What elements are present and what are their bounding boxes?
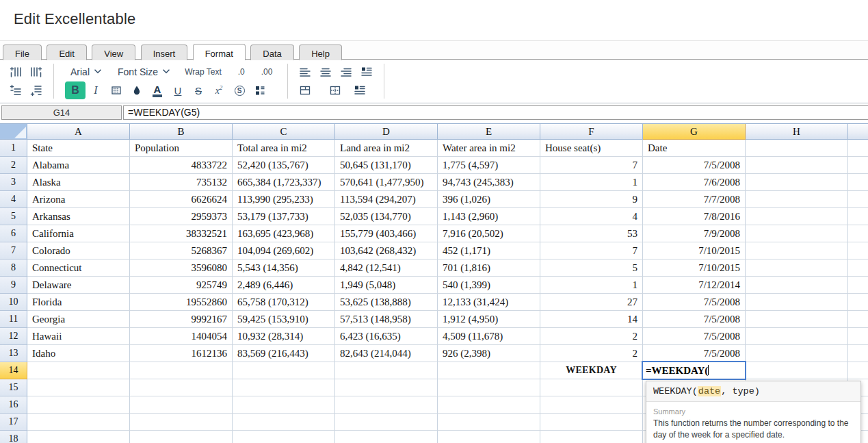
cell-E4[interactable]: 396 (1,026) xyxy=(438,191,540,208)
indent-increase-button[interactable] xyxy=(356,63,377,81)
cell-F14[interactable]: WEEKDAY xyxy=(540,362,643,379)
cell-B1[interactable]: Population xyxy=(130,140,233,157)
cell-D4[interactable]: 113,594 (294,207) xyxy=(335,191,438,208)
align-center-button[interactable] xyxy=(315,63,336,81)
cell-D7[interactable]: 103,642 (268,432) xyxy=(335,242,438,260)
column-header-B[interactable]: B xyxy=(130,124,233,140)
tab-help[interactable]: Help xyxy=(299,45,342,60)
cell-A11[interactable]: Georgia xyxy=(27,311,130,328)
align-left-button[interactable] xyxy=(295,63,315,81)
cell-G4[interactable]: 7/7/2008 xyxy=(643,191,746,208)
formula-input[interactable]: =WEEKDAY(G5) xyxy=(123,105,868,120)
cell-C16[interactable] xyxy=(233,396,335,414)
all-borders-button[interactable] xyxy=(325,81,345,99)
cell-H12[interactable] xyxy=(746,328,848,345)
font-size-dropdown[interactable]: Font Size xyxy=(108,66,176,77)
cell-F6[interactable]: 53 xyxy=(540,225,643,242)
cell-D2[interactable]: 50,645 (131,170) xyxy=(335,157,438,174)
cell-G10[interactable]: 7/5/2008 xyxy=(643,294,746,311)
cell-E7[interactable]: 452 (1,171) xyxy=(438,242,540,260)
cell-F10[interactable]: 27 xyxy=(540,294,643,311)
cell-E17[interactable] xyxy=(438,414,540,431)
row-header-18[interactable]: 18 xyxy=(0,431,27,443)
row-header-4[interactable]: 4 xyxy=(0,191,27,208)
cell-F11[interactable]: 14 xyxy=(540,311,643,328)
cell-C15[interactable] xyxy=(233,379,335,396)
tab-data[interactable]: Data xyxy=(250,45,293,60)
cell-G2[interactable]: 7/5/2008 xyxy=(643,157,746,174)
cell-C10[interactable]: 65,758 (170,312) xyxy=(233,294,335,311)
cell-E3[interactable]: 94,743 (245,383) xyxy=(438,174,540,191)
cell-E11[interactable]: 1,912 (4,950) xyxy=(438,311,540,328)
cell-F16[interactable] xyxy=(540,396,643,414)
cell-D5[interactable]: 52,035 (134,770) xyxy=(335,208,438,225)
cell-E6[interactable]: 7,916 (20,502) xyxy=(438,225,540,242)
cell-H3[interactable] xyxy=(746,174,848,191)
cell-F12[interactable]: 2 xyxy=(540,328,643,345)
cell-A4[interactable]: Arizona xyxy=(27,191,130,208)
row-header-9[interactable]: 9 xyxy=(0,277,27,294)
cell-A5[interactable]: Arkansas xyxy=(27,208,130,225)
row-header-14[interactable]: 14 xyxy=(0,362,27,379)
cell-F2[interactable]: 7 xyxy=(540,157,643,174)
insert-row-above-button[interactable] xyxy=(5,81,26,99)
insert-column-right-button[interactable] xyxy=(26,63,47,81)
cell-B7[interactable]: 5268367 xyxy=(130,242,233,260)
cell-C2[interactable]: 52,420 (135,767) xyxy=(233,157,335,174)
cell-D1[interactable]: Land area in mi2 xyxy=(335,140,438,157)
cell-C17[interactable] xyxy=(233,414,335,431)
row-header-3[interactable]: 3 xyxy=(0,174,27,191)
cell-F3[interactable]: 1 xyxy=(540,174,643,191)
cell-B13[interactable]: 1612136 xyxy=(130,345,233,362)
cell-G9[interactable]: 7/12/2014 xyxy=(643,277,746,294)
cell-A7[interactable]: Colorado xyxy=(27,242,130,260)
insert-column-left-button[interactable] xyxy=(5,63,26,81)
cell-B17[interactable] xyxy=(130,414,233,431)
text-color-button[interactable]: A xyxy=(147,81,168,99)
cell-G7[interactable]: 7/10/2015 xyxy=(643,242,746,260)
column-header-F[interactable]: F xyxy=(540,124,643,140)
tab-view[interactable]: View xyxy=(92,45,135,60)
cell-C9[interactable]: 2,489 (6,446) xyxy=(233,277,335,294)
cell-B8[interactable]: 3596080 xyxy=(130,260,233,277)
cell-C13[interactable]: 83,569 (216,443) xyxy=(233,345,335,362)
cell-E13[interactable]: 926 (2,398) xyxy=(438,345,540,362)
cell-F8[interactable]: 5 xyxy=(540,260,643,277)
superscript-button[interactable]: x2 xyxy=(209,81,229,99)
cell-F7[interactable]: 7 xyxy=(540,242,643,260)
strikethrough-button[interactable]: S xyxy=(188,81,209,99)
cell-H14[interactable] xyxy=(746,362,848,379)
select-all-corner[interactable] xyxy=(0,124,27,140)
cell-H7[interactable] xyxy=(746,242,848,260)
row-header-8[interactable]: 8 xyxy=(0,260,27,277)
row-header-12[interactable]: 12 xyxy=(0,328,27,345)
insert-row-below-button[interactable] xyxy=(26,81,47,99)
cell-D14[interactable] xyxy=(335,362,438,379)
cell-E18[interactable] xyxy=(438,431,540,443)
cell-C18[interactable] xyxy=(233,431,335,443)
cell-A10[interactable]: Florida xyxy=(27,294,130,311)
cell-borders-button[interactable] xyxy=(106,81,127,99)
cell-H5[interactable] xyxy=(746,208,848,225)
cell-D10[interactable]: 53,625 (138,888) xyxy=(335,294,438,311)
cell-E10[interactable]: 12,133 (31,424) xyxy=(438,294,540,311)
cell-A2[interactable]: Alabama xyxy=(27,157,130,174)
cell-B16[interactable] xyxy=(130,396,233,414)
tab-format[interactable]: Format xyxy=(193,44,246,60)
cell-B15[interactable] xyxy=(130,379,233,396)
cell-H9[interactable] xyxy=(746,277,848,294)
cell-B2[interactable]: 4833722 xyxy=(130,157,233,174)
row-header-1[interactable]: 1 xyxy=(0,140,27,157)
cell-F17[interactable] xyxy=(540,414,643,431)
cell-E16[interactable] xyxy=(438,396,540,414)
row-header-15[interactable]: 15 xyxy=(0,379,27,396)
cell-D15[interactable] xyxy=(335,379,438,396)
cell-E1[interactable]: Water area in mi2 xyxy=(438,140,540,157)
fill-color-button[interactable] xyxy=(127,81,147,99)
cell-B10[interactable]: 19552860 xyxy=(130,294,233,311)
cell-D8[interactable]: 4,842 (12,541) xyxy=(335,260,438,277)
cell-B5[interactable]: 2959373 xyxy=(130,208,233,225)
cell-F1[interactable]: House seat(s) xyxy=(540,140,643,157)
row-header-16[interactable]: 16 xyxy=(0,396,27,414)
cell-A3[interactable]: Alaska xyxy=(27,174,130,191)
